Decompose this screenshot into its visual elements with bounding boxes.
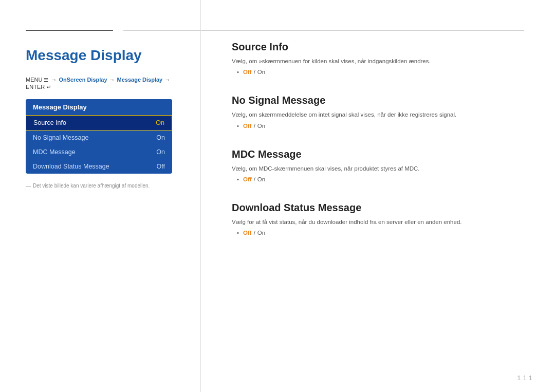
section-mdc: MDC Message Vælg, om MDC-skærmmenuen ska… xyxy=(232,143,524,182)
menu-item-no-signal-value: On xyxy=(156,134,165,141)
mdc-desc: Vælg, om MDC-skærmmenuen skal vises, når… xyxy=(232,164,524,173)
source-info-title: Source Info xyxy=(232,41,524,53)
source-info-sep: / xyxy=(254,69,255,75)
page-title: Message Display xyxy=(26,47,175,64)
breadcrumb: MENU ☰ → OnScreen Display → Message Disp… xyxy=(26,77,175,90)
no-signal-bullet: • xyxy=(237,123,239,129)
enter-icon-symbol: ↵ xyxy=(47,84,51,90)
menu-item-source-info-label: Source Info xyxy=(33,119,66,126)
menu-item-mdc-value: On xyxy=(156,148,165,156)
menu-item-no-signal-label: No Signal Message xyxy=(33,134,88,141)
mdc-off: Off xyxy=(243,176,252,182)
breadcrumb-message-display: Message Display xyxy=(117,77,163,83)
section-download: Download Status Message Vælg for at få v… xyxy=(232,197,524,236)
no-signal-options: • Off / On xyxy=(232,123,524,129)
menu-item-download-label: Download Status Message xyxy=(33,163,109,170)
breadcrumb-arrow-1: → xyxy=(51,77,57,83)
page-number: 111 xyxy=(517,374,534,382)
right-panel: Source Info Vælg, om »skærmmenuen for ki… xyxy=(200,0,555,392)
download-sep: / xyxy=(254,230,255,236)
menu-item-download-value: Off xyxy=(157,163,165,170)
mdc-bullet: • xyxy=(237,176,239,182)
download-off: Off xyxy=(243,230,252,236)
mdc-on: On xyxy=(257,176,265,182)
breadcrumb-onscreen: OnScreen Display xyxy=(59,77,107,83)
download-desc: Vælg for at få vist status, når du downl… xyxy=(232,218,524,227)
source-info-desc: Vælg, om »skærmmenuen for kilden skal vi… xyxy=(232,57,524,66)
mdc-options: • Off / On xyxy=(232,176,524,182)
section-no-signal: No Signal Message Vælg, om skærmmeddelel… xyxy=(232,89,524,128)
menu-item-source-info[interactable]: Source Info On xyxy=(26,115,172,130)
footnote: ― Det viste billede kan variere afhængig… xyxy=(26,183,175,189)
section-source-info: Source Info Vælg, om »skærmmenuen for ki… xyxy=(232,36,524,75)
no-signal-on: On xyxy=(257,123,265,129)
source-info-on: On xyxy=(257,69,265,75)
breadcrumb-arrow-2: → xyxy=(109,77,115,83)
footnote-text: Det viste billede kan variere afhængigt … xyxy=(33,183,150,189)
source-info-off: Off xyxy=(243,69,252,75)
download-options: • Off / On xyxy=(232,230,524,236)
menu-item-source-info-value: On xyxy=(156,119,164,126)
source-info-bullet: • xyxy=(237,69,239,75)
download-bullet: • xyxy=(237,230,239,236)
menu-item-no-signal[interactable]: No Signal Message On xyxy=(26,130,172,145)
download-on: On xyxy=(257,230,265,236)
no-signal-sep: / xyxy=(254,123,255,129)
osd-menu-header: Message Display xyxy=(26,99,172,115)
menu-item-mdc-label: MDC Message xyxy=(33,148,76,156)
footnote-dash: ― xyxy=(26,183,31,189)
breadcrumb-arrow-3: → xyxy=(164,77,170,83)
menu-item-mdc[interactable]: MDC Message On xyxy=(26,145,172,159)
breadcrumb-enter: ENTER xyxy=(26,84,45,90)
left-panel: Message Display MENU ☰ → OnScreen Displa… xyxy=(0,0,200,392)
menu-icon-symbol: ☰ xyxy=(44,77,48,83)
no-signal-off: Off xyxy=(243,123,252,129)
mdc-sep: / xyxy=(254,176,255,182)
mdc-title: MDC Message xyxy=(232,148,524,160)
osd-menu: Message Display Source Info On No Signal… xyxy=(26,99,172,174)
page-container: Message Display MENU ☰ → OnScreen Displa… xyxy=(0,0,555,392)
menu-item-download[interactable]: Download Status Message Off xyxy=(26,159,172,174)
source-info-options: • Off / On xyxy=(232,69,524,75)
breadcrumb-menu: MENU xyxy=(26,77,42,83)
download-title: Download Status Message xyxy=(232,202,524,214)
no-signal-title: No Signal Message xyxy=(232,95,524,106)
no-signal-desc: Vælg, om skærmmeddelelse om intet signal… xyxy=(232,110,524,119)
